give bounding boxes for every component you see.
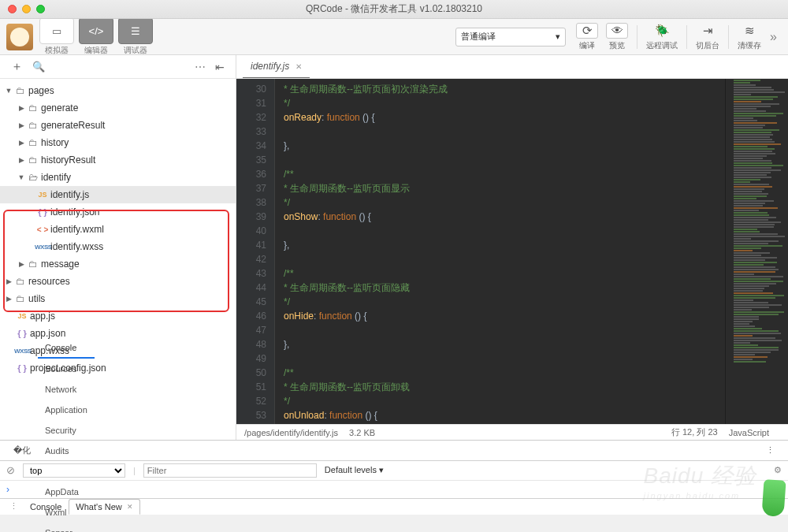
json-file-icon: { } [14, 363, 30, 373]
folder-generate[interactable]: ▶🗀generate [0, 99, 236, 117]
wxss-file-icon: WXSS [14, 348, 30, 355]
devtools-tab-audits[interactable]: Audits [38, 441, 95, 461]
js-file-icon: JS [35, 191, 50, 199]
close-icon[interactable]: ✕ [127, 503, 133, 511]
add-file-icon[interactable]: ＋ [6, 59, 28, 74]
folder-icon: 🗀 [13, 276, 28, 287]
more-toolbar-icon[interactable]: » [765, 30, 782, 44]
file-identify-wxml[interactable]: < >identify.wxml [0, 221, 236, 238]
status-path: /pages/identify/identify.js [244, 428, 338, 437]
eye-icon: 👁 [606, 23, 628, 39]
context-select[interactable]: top [23, 463, 125, 478]
background-button[interactable]: ⇥ 切后台 [696, 23, 719, 51]
remote-debug-button[interactable]: 🪲 远程调试 [646, 23, 678, 51]
user-avatar[interactable] [6, 24, 33, 50]
folder-icon: 🗀 [13, 85, 28, 96]
file-identify-wxss[interactable]: WXSSidentify.wxss [0, 238, 236, 255]
drawer-menu-icon[interactable]: ⋮ [5, 501, 23, 512]
console-prompt[interactable]: › [0, 481, 788, 498]
file-app-js[interactable]: JSapp.js [0, 307, 236, 325]
devtools-tab-sensor[interactable]: Sensor [38, 523, 95, 533]
clear-console-icon[interactable]: ⊘ [6, 464, 15, 476]
collapse-icon[interactable]: ⇤ [210, 61, 229, 73]
log-levels-select[interactable]: Default levels ▾ [325, 465, 384, 475]
debug-icon: ☰ [131, 26, 140, 36]
folder-history[interactable]: ▶🗀history [0, 134, 236, 151]
folder-generate-result[interactable]: ▶🗀generateResult [0, 117, 236, 134]
compile-mode-value: 普通编译 [461, 31, 496, 43]
window-titlebar: QRCode - 微信开发者工具 v1.02.1803210 [0, 0, 788, 19]
tab-identify-js[interactable]: identify.js ✕ [243, 56, 310, 78]
file-identify-js[interactable]: JSidentify.js [0, 186, 236, 203]
folder-open-icon: 🗁 [25, 172, 41, 183]
status-lang: JavaScript [729, 428, 769, 437]
wxml-file-icon: < > [35, 225, 50, 234]
drawer-tab-whats-new[interactable]: What's New✕ [69, 499, 139, 515]
minimap[interactable] [725, 79, 788, 424]
folder-message[interactable]: ▶🗀message [0, 255, 236, 273]
editor-label: 编辑器 [79, 45, 113, 56]
window-title: QRCode - 微信开发者工具 v1.02.1803210 [0, 2, 788, 16]
close-tab-icon[interactable]: ✕ [296, 62, 302, 71]
editor-tabs: identify.js ✕ [236, 55, 788, 79]
console-toolbar: ⊘ top | Default levels ▾ ⚙ [0, 461, 788, 481]
stack-icon: ≋ [738, 23, 760, 39]
editor-statusbar: /pages/identify/identify.js 3.2 KB 行 12,… [236, 424, 788, 440]
devtools-tabs: �化 ConsoleSourcesNetworkApplicationSecur… [0, 441, 788, 461]
watermark-mascot [761, 479, 786, 517]
folder-icon: 🗀 [25, 120, 41, 131]
status-size: 3.2 KB [349, 428, 375, 437]
devtools-settings-icon[interactable]: ⋮ [759, 441, 782, 461]
json-file-icon: { } [35, 207, 50, 217]
console-filter-input[interactable] [143, 463, 317, 478]
explorer-toolbar: ＋ 🔍 ⋯ ⇤ [0, 55, 236, 79]
code-area[interactable]: 3031323334353637383940414243444546474849… [236, 79, 788, 424]
folder-icon: 🗀 [13, 293, 28, 304]
console-settings-icon[interactable]: ⚙ [774, 465, 782, 475]
code-editor: identify.js ✕ 30313233343536373839404142… [236, 55, 788, 440]
drawer-tabs: ⋮ Console What's New✕ [0, 498, 788, 515]
folder-identify[interactable]: ▼🗁identify [0, 169, 236, 186]
debugger-label: 调试器 [118, 45, 153, 56]
folder-pages[interactable]: ▼🗀pages [0, 82, 236, 99]
simulator-label: 模拟器 [39, 45, 74, 56]
folder-icon: 🗀 [25, 154, 41, 166]
file-tree: ▼🗀pages ▶🗀generate ▶🗀generateResult ▶🗀hi… [0, 79, 236, 440]
simulator-button[interactable]: ▭ [39, 17, 74, 44]
folder-icon: 🗀 [25, 137, 41, 148]
search-icon[interactable]: 🔍 [28, 61, 50, 73]
more-options-icon[interactable]: ⋯ [190, 61, 210, 73]
exit-icon: ⇥ [697, 23, 719, 39]
compile-mode-select[interactable]: 普通编译 ▾ [455, 28, 566, 47]
file-explorer: ＋ 🔍 ⋯ ⇤ ▼🗀pages ▶🗀generate ▶🗀generateRes… [0, 55, 236, 440]
drawer-tab-console[interactable]: Console [23, 499, 69, 515]
preview-button[interactable]: 👁 预览 [606, 23, 628, 51]
refresh-icon: ⟳ [576, 23, 598, 39]
inspect-icon[interactable]: �化 [6, 441, 38, 461]
dropdown-icon: ▾ [556, 32, 560, 42]
main-toolbar: ▭ 模拟器 </> 编辑器 ☰ 调试器 普通编译 ▾ ⟳ 编译 👁 预览 🪲 远… [0, 19, 788, 55]
folder-utils[interactable]: ▶🗀utils [0, 290, 236, 307]
js-file-icon: JS [14, 312, 30, 320]
code-icon: </> [89, 26, 104, 36]
folder-icon: 🗀 [25, 259, 41, 270]
code-content[interactable]: * 生命周期函数--监听页面初次渲染完成 */ onReady: functio… [274, 79, 725, 424]
status-cursor: 行 12, 列 23 [671, 426, 718, 438]
phone-icon: ▭ [52, 26, 61, 36]
json-file-icon: { } [14, 329, 30, 338]
folder-resources[interactable]: ▶🗀resources [0, 273, 236, 290]
file-app-wxss[interactable]: WXSSapp.wxss [0, 342, 236, 359]
debugger-button[interactable]: ☰ [118, 17, 153, 44]
compile-button[interactable]: ⟳ 编译 [576, 23, 598, 51]
folder-icon: 🗀 [25, 102, 41, 113]
folder-history-result[interactable]: ▶🗀historyResult [0, 151, 236, 169]
bug-icon: 🪲 [651, 23, 673, 39]
wxss-file-icon: WXSS [35, 244, 50, 251]
clear-cache-button[interactable]: ≋ 清缓存 [738, 23, 761, 51]
editor-button[interactable]: </> [79, 17, 113, 44]
file-app-json[interactable]: { }app.json [0, 325, 236, 342]
file-project-config[interactable]: { }project.config.json [0, 359, 236, 377]
line-gutter: 3031323334353637383940414243444546474849… [236, 79, 274, 424]
devtools-panel: �化 ConsoleSourcesNetworkApplicationSecur… [0, 440, 788, 515]
file-identify-json[interactable]: { }identify.json [0, 203, 236, 221]
